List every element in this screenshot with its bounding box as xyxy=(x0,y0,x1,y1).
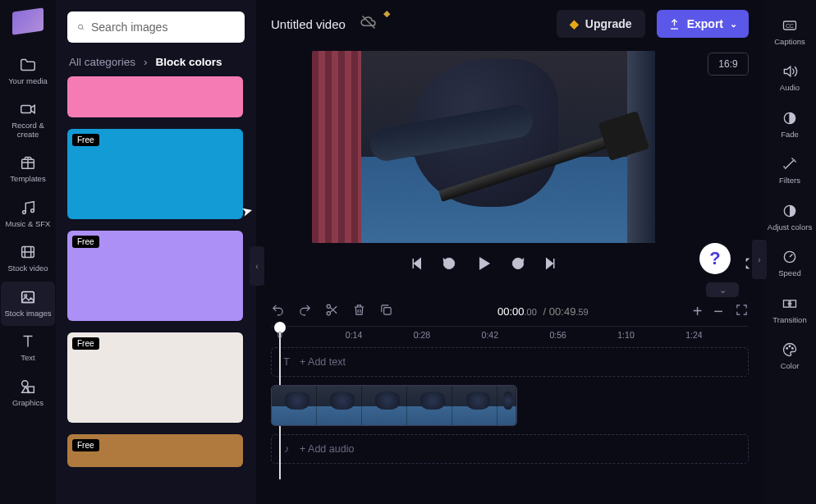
svg-rect-0 xyxy=(21,106,31,113)
crumb-current: Block colors xyxy=(156,56,222,68)
audio-track[interactable]: ♪ + Add audio xyxy=(271,434,749,464)
text-track[interactable]: T + Add text xyxy=(271,347,749,377)
zoom-in-button[interactable]: + xyxy=(693,302,703,321)
right-palette[interactable]: Color xyxy=(764,334,815,377)
help-button[interactable]: ? xyxy=(699,243,731,274)
right-contrast[interactable]: Adjust colors xyxy=(764,195,815,238)
fade-icon xyxy=(781,109,799,127)
redo-button[interactable] xyxy=(298,303,312,320)
playback-controls xyxy=(312,243,655,279)
timeline-collapse-button[interactable]: ⌄ xyxy=(706,282,739,297)
nav-label: Your media xyxy=(8,77,48,85)
nav-film[interactable]: Stock video xyxy=(1,236,55,281)
right-cc[interactable]: CCCaptions xyxy=(764,10,815,53)
right-rail-collapse-button[interactable]: › xyxy=(752,240,767,279)
svg-point-22 xyxy=(792,348,794,350)
swatch-list: FreeFreeFreeFree xyxy=(67,76,245,504)
play-button[interactable] xyxy=(474,254,493,273)
timeline-toolbar: 00:00.00 / 00:49.59 + − xyxy=(256,297,763,324)
split-button[interactable] xyxy=(325,303,339,320)
panel-collapse-button[interactable]: ‹ xyxy=(250,246,264,286)
topbar: Untitled video ◆ ◆ Upgrade Export ⌄ xyxy=(256,0,763,48)
preview-area xyxy=(271,51,696,279)
svg-point-10 xyxy=(327,305,330,308)
contrast-icon xyxy=(781,202,799,220)
ruler-tick: 0:56 xyxy=(549,330,566,340)
skip-start-button[interactable] xyxy=(409,256,424,271)
forward-5-button[interactable] xyxy=(511,256,525,271)
video-track[interactable]: 🔈 xyxy=(271,383,749,428)
upgrade-button[interactable]: ◆ Upgrade xyxy=(557,10,645,38)
right-label: Filters xyxy=(779,176,800,185)
color-swatch[interactable] xyxy=(67,76,243,117)
right-transition[interactable]: Transition xyxy=(764,288,815,331)
video-clip[interactable]: 🔈 xyxy=(271,385,517,426)
nav-shapes[interactable]: Graphics xyxy=(1,371,55,415)
nav-label: Record & create xyxy=(1,121,55,139)
timecode: 00:00.00 / 00:49.59 xyxy=(406,305,680,318)
nav-label: Stock video xyxy=(7,264,48,273)
cc-icon: CC xyxy=(781,16,799,34)
stock-images-panel: All categories › Block colors FreeFreeFr… xyxy=(56,0,256,504)
nav-folder[interactable]: Your media xyxy=(1,49,55,94)
svg-rect-12 xyxy=(384,308,392,315)
transition-icon xyxy=(781,295,799,313)
wand-icon xyxy=(781,155,799,173)
zoom-out-button[interactable]: − xyxy=(713,302,723,321)
nav-label: Templates xyxy=(10,175,45,183)
nav-camera[interactable]: Record & create xyxy=(1,94,55,147)
project-title[interactable]: Untitled video xyxy=(271,17,346,31)
film-icon xyxy=(19,243,37,261)
export-button[interactable]: Export ⌄ xyxy=(657,10,749,38)
svg-point-3 xyxy=(31,209,34,213)
nav-music[interactable]: Music & SFX xyxy=(1,192,55,236)
right-speaker[interactable]: Audio xyxy=(764,56,815,99)
color-swatch[interactable]: Free xyxy=(67,231,243,321)
undo-button[interactable] xyxy=(271,303,285,320)
app-logo-icon xyxy=(12,7,44,34)
search-input[interactable] xyxy=(91,21,235,34)
nav-label: Text xyxy=(21,354,34,362)
nav-text[interactable]: Text xyxy=(1,326,55,370)
nav-rail: Your mediaRecord & createTemplatesMusic … xyxy=(0,0,56,504)
right-gauge[interactable]: Speed xyxy=(764,241,815,284)
camera-icon xyxy=(19,100,37,118)
nav-label: Music & SFX xyxy=(6,220,51,228)
premium-badge-icon: ◆ xyxy=(383,8,390,19)
right-wand[interactable]: Filters xyxy=(764,149,815,191)
right-label: Color xyxy=(781,362,800,370)
free-badge: Free xyxy=(72,439,99,451)
music-note-icon: ♪ xyxy=(280,443,293,455)
svg-point-20 xyxy=(786,348,788,350)
color-swatch[interactable]: Free xyxy=(67,129,243,219)
free-badge: Free xyxy=(72,236,99,248)
folder-icon xyxy=(19,56,37,74)
nav-image[interactable]: Stock images xyxy=(1,282,55,326)
image-icon xyxy=(19,288,37,306)
ruler-tick: 0:14 xyxy=(346,330,362,340)
right-fade[interactable]: Fade xyxy=(764,103,815,145)
ruler-tick: 1:10 xyxy=(617,330,634,340)
gem-icon: ◆ xyxy=(570,17,579,30)
shapes-icon xyxy=(19,378,37,396)
duplicate-button[interactable] xyxy=(379,303,393,320)
crumb-all-categories[interactable]: All categories xyxy=(69,56,135,68)
cloud-off-icon[interactable] xyxy=(360,14,377,34)
zoom-fit-button[interactable] xyxy=(735,303,749,320)
music-icon xyxy=(19,199,37,217)
svg-point-9 xyxy=(79,25,83,29)
svg-rect-5 xyxy=(22,291,34,302)
delete-button[interactable] xyxy=(352,303,366,320)
color-swatch[interactable]: Free xyxy=(67,434,243,467)
timeline-ruler[interactable]: 00:140:280:420:561:101:24 xyxy=(271,326,749,347)
skip-end-button[interactable] xyxy=(543,256,558,271)
color-swatch[interactable]: Free xyxy=(67,332,243,423)
right-label: Adjust colors xyxy=(768,223,812,231)
video-preview[interactable] xyxy=(312,51,655,243)
aspect-ratio-button[interactable]: 16:9 xyxy=(708,53,749,76)
search-box[interactable] xyxy=(67,11,245,43)
nav-gift[interactable]: Templates xyxy=(1,147,55,191)
rewind-5-button[interactable] xyxy=(442,256,456,271)
upgrade-label: Upgrade xyxy=(585,17,632,30)
right-label: Audio xyxy=(780,84,800,92)
